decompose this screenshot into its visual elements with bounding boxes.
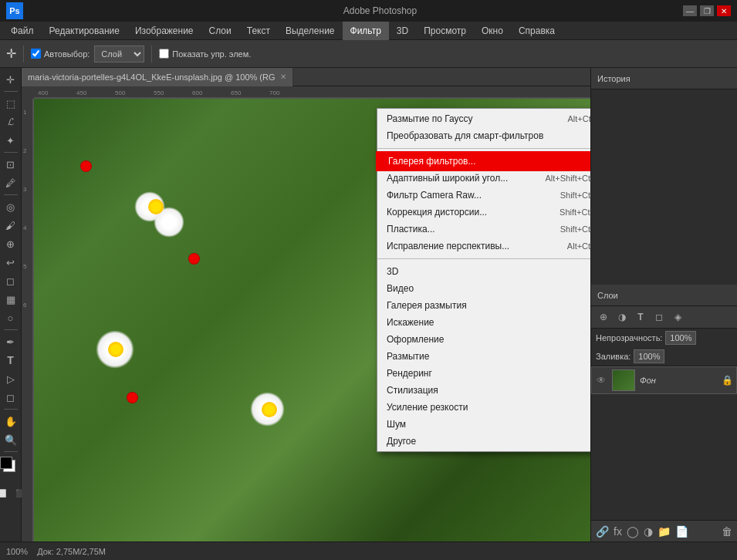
- shape-tool[interactable]: ◻: [2, 389, 19, 406]
- red-flower: [127, 392, 138, 403]
- pen-tool[interactable]: ✒: [2, 333, 19, 350]
- filter-video[interactable]: Видео ▶: [377, 280, 590, 297]
- layers-filter-icon[interactable]: ⊕: [596, 309, 611, 325]
- add-group-btn[interactable]: 📁: [658, 525, 671, 538]
- menu-filter[interactable]: Фильтр: [343, 22, 389, 40]
- red-flower: [80, 160, 92, 172]
- menu-window[interactable]: Окно: [474, 22, 511, 40]
- zoom-tool[interactable]: 🔍: [2, 431, 19, 448]
- history-panel-header: История: [591, 68, 737, 89]
- eyedropper-tool[interactable]: 🖉: [2, 174, 19, 191]
- gradient-tool[interactable]: ▦: [2, 291, 19, 308]
- eraser-tool[interactable]: ◻: [2, 272, 19, 289]
- menu-help[interactable]: Справка: [511, 22, 563, 40]
- filter-gaussian-blur[interactable]: Размытие по Гауссу Alt+Ctrl+F: [377, 110, 590, 127]
- layers-smart-icon[interactable]: ◈: [670, 309, 685, 325]
- filter-sharpen[interactable]: Усиление резкости ▶: [377, 399, 590, 416]
- window-controls[interactable]: — ❐ ✕: [683, 5, 731, 16]
- filter-distort-label: Искажение: [387, 317, 434, 328]
- filter-blur-gallery[interactable]: Галерея размытия ▶: [377, 297, 590, 314]
- foreground-color[interactable]: [0, 457, 12, 469]
- tool-sep-4: [4, 329, 18, 330]
- history-panel-title: История: [597, 74, 631, 83]
- filter-blur-gallery-label: Галерея размытия: [387, 300, 467, 311]
- autoselect-checkbox[interactable]: [31, 49, 41, 59]
- menu-text[interactable]: Текст: [239, 22, 278, 40]
- filter-stylize-deco[interactable]: Оформление ▶: [377, 331, 590, 348]
- tool-sep-1: [4, 91, 18, 92]
- menu-layers[interactable]: Слои: [201, 22, 239, 40]
- move-tool-icon[interactable]: ✛: [6, 46, 16, 61]
- layers-adjust-icon[interactable]: ◑: [614, 309, 630, 325]
- filter-other[interactable]: Другое ▶: [377, 433, 590, 450]
- filter-liquify[interactable]: Пластика... Shift+Ctrl+X: [377, 221, 590, 238]
- text-tool[interactable]: T: [2, 352, 19, 369]
- svg-text:4: 4: [23, 224, 27, 231]
- brush-tool[interactable]: 🖌: [2, 217, 19, 234]
- layer-visibility-icon[interactable]: 👁: [595, 375, 607, 386]
- magic-wand-tool[interactable]: ✦: [2, 132, 19, 149]
- add-style-btn[interactable]: fx: [614, 525, 622, 538]
- clone-stamp-tool[interactable]: ⊕: [2, 235, 19, 252]
- filter-stylize[interactable]: Стилизация ▶: [377, 382, 590, 399]
- layer-item[interactable]: 👁 Фон 🔒: [591, 366, 737, 394]
- menu-select[interactable]: Выделение: [278, 22, 343, 40]
- doc-tab-name: maria-victoria-portelles-g4L4OL_KkeE-uns…: [28, 73, 276, 82]
- menu-edit[interactable]: Редактирование: [42, 22, 127, 40]
- menu-3d[interactable]: 3D: [389, 22, 416, 40]
- fill-input[interactable]: [634, 349, 664, 363]
- layers-text-icon[interactable]: T: [633, 309, 648, 325]
- svg-text:500: 500: [115, 89, 126, 96]
- menu-image[interactable]: Изображение: [127, 22, 201, 40]
- filter-distort[interactable]: Искажение ▶: [377, 314, 590, 331]
- filter-smart-convert[interactable]: Преобразовать для смарт-фильтров: [377, 127, 590, 144]
- close-button[interactable]: ✕: [717, 5, 731, 16]
- crop-tool[interactable]: ⊡: [2, 156, 19, 173]
- filter-blur[interactable]: Размытие ▶: [377, 348, 590, 365]
- delete-layer-btn[interactable]: 🗑: [722, 525, 732, 538]
- svg-text:650: 650: [231, 89, 242, 96]
- filter-perspective[interactable]: Исправление перспективы... Alt+Ctrl+V: [377, 238, 590, 255]
- filter-3d[interactable]: 3D ▶: [377, 263, 590, 280]
- add-layer-btn[interactable]: 📄: [675, 525, 688, 538]
- filter-perspective-shortcut: Alt+Ctrl+V: [567, 241, 590, 251]
- dodge-tool[interactable]: ○: [2, 309, 19, 326]
- show-controls-checkbox[interactable]: [159, 49, 169, 59]
- filter-gallery[interactable]: Галерея фильтров...: [377, 153, 590, 170]
- spot-heal-tool[interactable]: ◎: [2, 198, 19, 215]
- minimize-button[interactable]: —: [683, 5, 697, 16]
- tool-sep-6: [4, 451, 18, 452]
- filter-perspective-label: Исправление перспективы...: [387, 241, 509, 251]
- svg-text:700: 700: [269, 89, 280, 96]
- marquee-tool[interactable]: ⬚: [2, 95, 19, 112]
- filter-distortion-label: Коррекция дисторсии...: [387, 207, 487, 218]
- menu-sub-section: 3D ▶ Видео ▶ Галерея размытия ▶ Искажени…: [377, 261, 590, 451]
- link-layers-btn[interactable]: 🔗: [596, 525, 609, 538]
- add-mask-btn[interactable]: ◯: [627, 525, 639, 538]
- layers-panel-title: Слои: [597, 291, 618, 300]
- fill-row: Заливка:: [591, 347, 737, 366]
- add-adjustment-btn[interactable]: ◑: [644, 525, 653, 538]
- autoselect-select[interactable]: Слой Группа: [94, 46, 144, 62]
- maximize-button[interactable]: ❐: [700, 5, 714, 16]
- doc-tab-close[interactable]: ✕: [280, 73, 286, 81]
- history-brush-tool[interactable]: ↩: [2, 254, 19, 271]
- filter-render[interactable]: Рендеринг ▶: [377, 365, 590, 382]
- filter-distortion[interactable]: Коррекция дисторсии... Shift+Ctrl+R: [377, 204, 590, 221]
- lasso-tool[interactable]: 𝓛: [2, 113, 19, 130]
- menu-file[interactable]: Файл: [3, 22, 42, 40]
- zoom-level: 100%: [6, 547, 28, 556]
- filter-camera-raw[interactable]: Фильтр Camera Raw... Shift+Ctrl+A: [377, 187, 590, 204]
- filter-adaptive-wide[interactable]: Адаптивный широкий угол... Alt+Shift+Ctr…: [377, 170, 590, 187]
- flower-center: [148, 199, 164, 214]
- filter-noise[interactable]: Шум ▶: [377, 416, 590, 433]
- hand-tool[interactable]: ✋: [2, 413, 19, 430]
- opacity-input[interactable]: [665, 331, 696, 345]
- move-tool[interactable]: ✛: [2, 71, 19, 88]
- layers-shape-icon[interactable]: ◻: [651, 309, 667, 325]
- menu-view[interactable]: Просмотр: [416, 22, 474, 40]
- document-tab[interactable]: maria-victoria-portelles-g4L4OL_KkeE-uns…: [22, 68, 293, 86]
- path-select-tool[interactable]: ▷: [2, 370, 19, 387]
- quick-mask-mode[interactable]: ⬜: [0, 484, 10, 501]
- toolbar-separator: [23, 46, 24, 62]
